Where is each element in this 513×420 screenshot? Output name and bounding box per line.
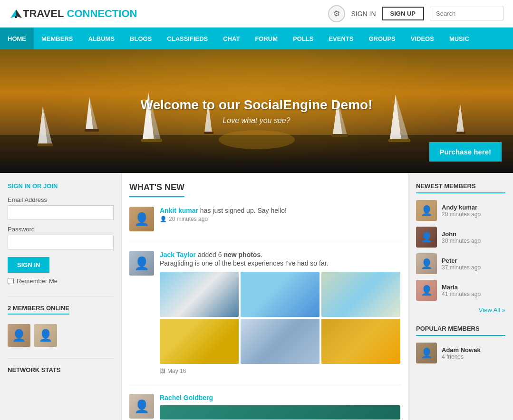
member-avatar-adam[interactable]: 👤 <box>416 343 437 363</box>
nav-item-polls[interactable]: POLLS <box>285 28 321 49</box>
header-right: ⚙ SIGN IN SIGN UP <box>328 5 503 22</box>
nav-item-blogs[interactable]: BLOGS <box>122 28 159 49</box>
signin-heading: SIGN IN OR JOIN <box>8 182 114 190</box>
member-time-maria: 41 minutes ago <box>442 291 505 297</box>
photo-thumb-3[interactable] <box>321 272 400 317</box>
activity-text-rachel: Rachel Goldberg <box>160 394 400 401</box>
right-sidebar: NEWEST MEMBERS 👤 Andy kumar 20 minutes a… <box>408 173 513 420</box>
nav-item-members[interactable]: MEMBERS <box>34 28 80 49</box>
member-info-andy: Andy kumar 20 minutes ago <box>442 204 505 218</box>
svg-rect-13 <box>141 139 162 142</box>
photo-thumb-1[interactable] <box>160 272 239 317</box>
activity-text-jack: Jack Taylor added 6 new photos. <box>160 251 400 258</box>
photo-thumb-6[interactable] <box>321 319 400 364</box>
member-name-maria[interactable]: Maria <box>442 284 505 291</box>
online-avatar-1[interactable]: 👤 <box>8 324 30 347</box>
email-field[interactable] <box>8 205 114 220</box>
newest-members-heading: NEWEST MEMBERS <box>416 182 505 193</box>
popular-members-section: POPULAR MEMBERS 👤 Adam Nowak 4 friends <box>416 325 505 363</box>
activity-item-rachel: 👤 Rachel Goldberg <box>129 394 400 420</box>
svg-rect-15 <box>204 132 213 134</box>
online-avatar-2[interactable]: 👤 <box>34 324 57 347</box>
settings-icon[interactable]: ⚙ <box>328 5 345 22</box>
member-name-john[interactable]: John <box>442 230 505 238</box>
member-info-adam: Adam Nowak 4 friends <box>442 346 505 360</box>
photo-thumb-4[interactable] <box>160 319 239 364</box>
members-online-heading: 2 MEMBERS ONLINE <box>8 305 69 315</box>
popular-members-heading: POPULAR MEMBERS <box>416 325 505 336</box>
person-icon: 👤 <box>160 216 167 222</box>
hero-title: Welcome to our SocialEngine Demo! <box>140 97 372 113</box>
member-avatar-peter[interactable]: 👤 <box>416 253 437 274</box>
remember-me-label: Remember Me <box>17 277 58 285</box>
nav-item-videos[interactable]: VIDEOS <box>403 28 442 49</box>
activity-avatar-jack[interactable]: 👤 <box>129 251 154 276</box>
remember-me-checkbox[interactable] <box>8 278 14 284</box>
nav-item-classifieds[interactable]: CLASSIFIEDS <box>159 28 215 49</box>
whats-new-title: WHAT'S NEW <box>129 182 184 197</box>
network-stats-heading: NETWORK STATS <box>8 366 114 373</box>
activity-photos <box>160 272 400 364</box>
activity-time-ankit: 👤 20 minutes ago <box>160 216 400 222</box>
activity-item-ankit: 👤 Ankit kumar has just signed up. Say he… <box>129 207 400 241</box>
rachel-photo-preview[interactable] <box>160 405 400 420</box>
hero-banner: Welcome to our SocialEngine Demo! Love w… <box>0 49 513 173</box>
sign-in-link[interactable]: SIGN IN <box>351 10 376 18</box>
view-all-link[interactable]: View All » <box>416 306 505 314</box>
photo-thumb-5[interactable] <box>241 319 319 364</box>
main-content: WHAT'S NEW 👤 Ankit kumar has just signed… <box>121 173 408 420</box>
nav-item-groups[interactable]: GROUPS <box>361 28 403 49</box>
activity-user-rachel[interactable]: Rachel Goldberg <box>160 394 213 401</box>
svg-rect-23 <box>456 132 465 134</box>
svg-rect-21 <box>388 139 410 142</box>
member-name-peter[interactable]: Peter <box>442 257 505 264</box>
logo-travel: TRAVEL <box>23 8 64 20</box>
email-label: Email Address <box>8 196 114 203</box>
remember-me-group: Remember Me <box>8 277 114 285</box>
newest-members-section: NEWEST MEMBERS 👤 Andy kumar 20 minutes a… <box>416 182 505 314</box>
activity-user-ankit[interactable]: Ankit kumar <box>160 207 198 214</box>
sign-up-button[interactable]: SIGN UP <box>382 7 424 20</box>
purchase-button[interactable]: Purchase here! <box>429 142 502 162</box>
email-form-group: Email Address <box>8 196 114 220</box>
logo-connection: CONNECTION <box>67 8 137 20</box>
member-avatar-maria[interactable]: 👤 <box>416 280 437 301</box>
signin-section: SIGN IN OR JOIN Email Address Password S… <box>8 182 114 285</box>
activity-item-jack: 👤 Jack Taylor added 6 new photos. Paragl… <box>129 251 400 384</box>
member-time-andy: 20 minutes ago <box>442 211 505 218</box>
hero-text: Welcome to our SocialEngine Demo! Love w… <box>140 97 372 125</box>
logo[interactable]: TRAVEL CONNECTION <box>10 8 328 20</box>
network-stats-section: NETWORK STATS <box>8 358 114 373</box>
password-field[interactable] <box>8 235 114 249</box>
nav-item-albums[interactable]: ALBUMS <box>80 28 122 49</box>
activity-user-jack[interactable]: Jack Taylor <box>160 251 196 258</box>
activity-avatar-rachel[interactable]: 👤 <box>129 394 154 419</box>
nav: HOMEMEMBERSALBUMSBLOGSCLASSIFIEDSCHATFOR… <box>0 28 513 49</box>
online-avatars: 👤 👤 <box>8 324 114 347</box>
member-name-andy[interactable]: Andy kumar <box>442 204 505 211</box>
nav-item-home[interactable]: HOME <box>0 28 34 49</box>
activity-body-jack: Jack Taylor added 6 new photos. Paraglid… <box>160 251 400 374</box>
member-item-peter: 👤 Peter 37 minutes ago <box>416 253 505 274</box>
nav-item-chat[interactable]: CHAT <box>215 28 247 49</box>
nav-item-music[interactable]: MUSIC <box>442 28 477 49</box>
member-avatar-andy[interactable]: 👤 <box>416 200 437 221</box>
member-friends-adam: 4 friends <box>442 353 505 360</box>
nav-item-events[interactable]: EVENTS <box>321 28 361 49</box>
search-input[interactable] <box>430 7 503 20</box>
member-info-peter: Peter 37 minutes ago <box>442 257 505 271</box>
member-avatar-john[interactable]: 👤 <box>416 227 437 248</box>
header: TRAVEL CONNECTION ⚙ SIGN IN SIGN UP <box>0 0 513 28</box>
signin-button[interactable]: SIGN IN <box>8 257 49 273</box>
member-item-andy: 👤 Andy kumar 20 minutes ago <box>416 200 505 221</box>
member-name-adam[interactable]: Adam Nowak <box>442 346 505 353</box>
photo-thumb-2[interactable] <box>241 272 319 317</box>
svg-marker-22 <box>456 104 464 133</box>
activity-date-jack: 🖼 May 16 <box>160 368 400 374</box>
activity-avatar-ankit[interactable]: 👤 <box>129 207 154 231</box>
nav-item-forum[interactable]: FORUM <box>247 28 285 49</box>
activity-body-ankit: Ankit kumar has just signed up. Say hell… <box>160 207 400 231</box>
svg-rect-2 <box>15 16 17 18</box>
svg-point-4 <box>219 130 295 149</box>
activity-action-ankit: has just signed up. Say hello! <box>200 207 287 214</box>
